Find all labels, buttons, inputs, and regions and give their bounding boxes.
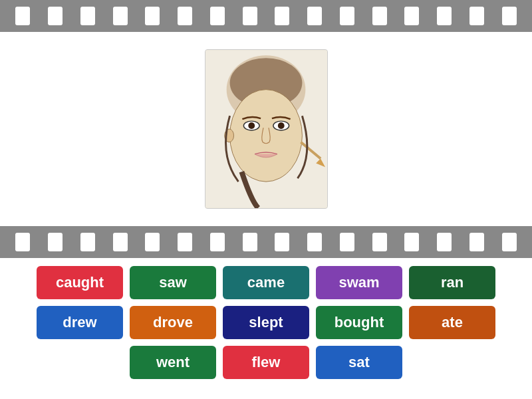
film-hole	[210, 233, 225, 251]
film-hole	[502, 7, 517, 25]
film-hole	[275, 233, 289, 251]
film-hole	[307, 7, 322, 25]
word-row-1: caught saw came swam ran	[37, 266, 495, 299]
film-hole	[469, 7, 484, 25]
word-came-button[interactable]: came	[223, 266, 309, 299]
face-illustration	[205, 50, 327, 208]
words-area: caught saw came swam ran drew drove slep…	[0, 258, 532, 399]
word-ate-button[interactable]: ate	[409, 306, 495, 339]
word-drove-button[interactable]: drove	[130, 306, 216, 339]
film-hole	[178, 233, 192, 251]
word-ran-button[interactable]: ran	[409, 266, 495, 299]
word-row-3: went flew sat	[130, 346, 402, 379]
word-drew-button[interactable]: drew	[37, 306, 123, 339]
word-swam-button[interactable]: swam	[316, 266, 402, 299]
film-hole	[404, 7, 419, 25]
word-flew-button[interactable]: flew	[223, 346, 309, 379]
film-hole	[113, 233, 128, 251]
film-hole	[404, 233, 419, 251]
film-hole	[372, 7, 387, 25]
film-hole	[502, 233, 517, 251]
film-strip-top	[0, 0, 532, 32]
image-area	[0, 32, 532, 226]
svg-point-7	[277, 122, 284, 129]
film-hole	[243, 233, 257, 251]
film-hole	[437, 233, 452, 251]
film-hole	[210, 7, 225, 25]
word-caught-button[interactable]: caught	[37, 266, 123, 299]
face-drawing	[205, 49, 328, 209]
film-hole	[372, 233, 387, 251]
word-went-button[interactable]: went	[130, 346, 216, 379]
film-hole	[437, 7, 452, 25]
film-hole	[15, 233, 30, 251]
word-slept-button[interactable]: slept	[223, 306, 309, 339]
word-sat-button[interactable]: sat	[316, 346, 402, 379]
film-hole	[307, 233, 322, 251]
film-hole	[48, 233, 63, 251]
film-hole	[469, 233, 484, 251]
word-saw-button[interactable]: saw	[130, 266, 216, 299]
film-hole	[145, 233, 160, 251]
svg-point-3	[229, 90, 302, 182]
word-row-2: drew drove slept bought ate	[37, 306, 495, 339]
film-hole	[113, 7, 128, 25]
film-hole	[80, 233, 95, 251]
film-hole	[243, 7, 257, 25]
word-bought-button[interactable]: bought	[316, 306, 402, 339]
film-hole	[48, 7, 63, 25]
film-hole	[178, 7, 192, 25]
film-hole	[340, 7, 354, 25]
film-hole	[145, 7, 160, 25]
film-hole	[275, 7, 289, 25]
film-hole	[80, 7, 95, 25]
film-hole	[340, 233, 354, 251]
svg-point-6	[248, 122, 255, 129]
film-hole	[15, 7, 30, 25]
film-strip-bottom	[0, 226, 532, 258]
